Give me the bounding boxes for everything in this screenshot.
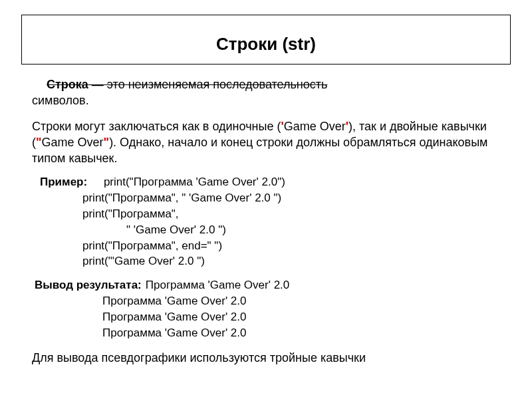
- output-label: Вывод результата:: [35, 279, 142, 291]
- title-container: Строки (str): [21, 15, 511, 65]
- output-line-3: Программа 'Game Over' 2.0: [102, 309, 500, 325]
- code-line-2: print("Программа", " 'Game Over' 2.0 "): [82, 190, 500, 206]
- term-stroka: Строка: [47, 78, 88, 91]
- output-line-4: Программа 'Game Over' 2.0: [102, 325, 500, 341]
- code-line-6: print("'Game Over' 2.0 "): [82, 253, 500, 269]
- p2-d: Game Over: [42, 136, 104, 149]
- red-quote-3: ": [36, 136, 42, 149]
- red-quote-4: ": [104, 136, 110, 149]
- output-block: Вывод результата:Программа 'Game Over' 2…: [35, 277, 500, 340]
- output-line-2: Программа 'Game Over' 2.0: [102, 293, 500, 309]
- code-line-4: " 'Game Over' 2.0 "): [126, 222, 500, 238]
- p2-a: Строки могут заключаться как в одиночные…: [32, 120, 281, 133]
- example-block: Пример: print("Программа 'Game Over' 2.0…: [40, 174, 500, 269]
- output-line-1: Программа 'Game Over' 2.0: [146, 279, 290, 291]
- p2-b: Game Over: [284, 120, 346, 133]
- content-area: Строка — это неизменяемая последовательн…: [32, 76, 500, 366]
- definition-line2: символов.: [32, 94, 89, 107]
- quotes-paragraph: Строки могут заключаться как в одиночные…: [32, 118, 500, 167]
- code-line-3: print("Программа",: [82, 206, 500, 222]
- code-line-5: print("Программа", end=" "): [82, 238, 500, 254]
- definition-paragraph: Строка — это неизменяемая последовательн…: [32, 76, 500, 109]
- code-line-1: print("Программа 'Game Over' 2.0"): [104, 174, 285, 190]
- page-title: Строки (str): [29, 34, 503, 55]
- example-label: Пример:: [40, 176, 87, 188]
- pseudographics-paragraph: Для вывода псевдографики используются тр…: [32, 350, 500, 366]
- definition-rest: — это неизменяемая последовательность: [88, 78, 328, 91]
